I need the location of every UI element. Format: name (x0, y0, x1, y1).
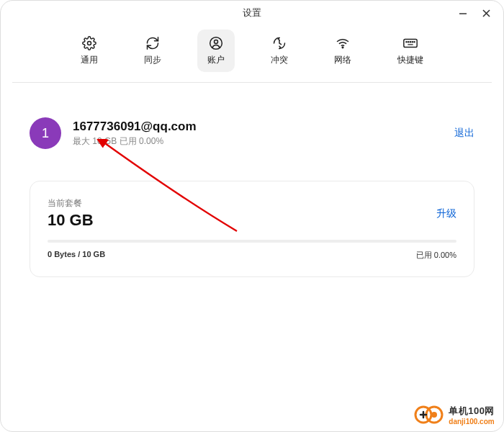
tab-label: 通用 (81, 54, 98, 66)
account-content: 1 1677736091@qq.com 最大 10 GB 已用 0.00% 退出… (1, 83, 503, 277)
watermark-title: 单机100网 (449, 405, 495, 418)
minimize-button[interactable] (453, 5, 473, 21)
window-title: 设置 (243, 6, 261, 19)
svg-point-8 (406, 42, 407, 42)
tab-label: 同步 (144, 54, 161, 66)
svg-point-6 (342, 47, 343, 48)
storage-progress (48, 240, 456, 243)
tab-shortcut[interactable]: 快捷键 (387, 30, 433, 72)
gear-icon (81, 35, 97, 51)
wifi-icon (335, 35, 351, 51)
upgrade-link[interactable]: 升级 (436, 207, 456, 220)
tab-account[interactable]: 账户 (197, 30, 235, 72)
svg-rect-7 (404, 40, 417, 48)
account-row: 1 1677736091@qq.com 最大 10 GB 已用 0.00% 退出 (30, 117, 474, 149)
watermark-logo-icon (414, 404, 444, 426)
usage-bytes: 0 Bytes / 10 GB (48, 250, 105, 261)
account-info: 1677736091@qq.com 最大 10 GB 已用 0.00% (73, 120, 443, 148)
plan-size: 10 GB (48, 211, 94, 230)
titlebar: 设置 (1, 1, 503, 25)
plan-left: 当前套餐 10 GB (48, 197, 94, 230)
svg-point-16 (431, 412, 437, 418)
account-email: 1677736091@qq.com (73, 120, 443, 134)
plan-top: 当前套餐 10 GB 升级 (48, 197, 456, 230)
watermark-text: 单机100网 danji100.com (449, 405, 495, 426)
keyboard-icon (402, 35, 418, 51)
svg-point-11 (412, 42, 413, 42)
tab-general[interactable]: 通用 (71, 30, 108, 72)
plan-card: 当前套餐 10 GB 升级 0 Bytes / 10 GB 已用 0.00% (30, 181, 474, 277)
tab-label: 账户 (207, 54, 225, 66)
avatar: 1 (30, 117, 61, 149)
sync-icon (145, 35, 161, 51)
tab-sync[interactable]: 同步 (134, 30, 171, 72)
tab-label: 冲突 (271, 54, 288, 66)
svg-point-5 (215, 40, 218, 43)
usage-percent: 已用 0.00% (416, 250, 456, 261)
svg-point-10 (410, 42, 410, 42)
logout-link[interactable]: 退出 (454, 127, 474, 140)
tab-label: 快捷键 (397, 54, 423, 66)
window-controls (453, 5, 496, 21)
settings-window: 设置 通用 同步 账户 (0, 0, 504, 432)
svg-point-9 (408, 42, 409, 42)
account-subline: 最大 10 GB 已用 0.00% (73, 135, 443, 148)
plan-label: 当前套餐 (48, 197, 94, 210)
tab-network[interactable]: 网络 (324, 30, 361, 72)
close-button[interactable] (476, 5, 496, 21)
user-icon (208, 35, 224, 51)
plan-bottom: 0 Bytes / 10 GB 已用 0.00% (48, 250, 456, 261)
tab-label: 网络 (334, 54, 351, 66)
tab-conflict[interactable]: 冲突 (261, 30, 298, 72)
watermark-url: danji100.com (449, 418, 495, 426)
conflict-icon (271, 35, 287, 51)
svg-point-3 (88, 42, 91, 45)
settings-tabs: 通用 同步 账户 冲突 网络 (1, 25, 503, 82)
watermark: 单机100网 danji100.com (414, 404, 495, 426)
svg-point-12 (414, 42, 415, 42)
